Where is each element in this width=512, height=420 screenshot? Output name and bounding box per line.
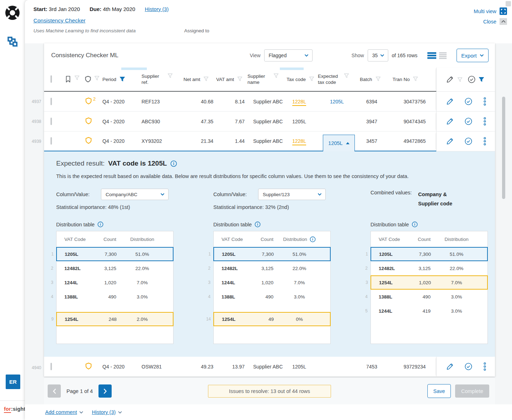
- supplier-ref-cell: XY93202: [142, 138, 183, 144]
- edit-row-button[interactable]: [446, 118, 454, 125]
- forsight-logo: for:sight: [4, 406, 26, 412]
- table-row[interactable]: 2Q4 - 2020REF12340.688.14Supplier ABC122…: [44, 92, 495, 112]
- row-checkbox[interactable]: [50, 137, 52, 145]
- history-link-bottom[interactable]: History (3): [92, 409, 122, 415]
- approve-row-button[interactable]: [464, 137, 473, 145]
- row-checkbox[interactable]: [50, 363, 52, 370]
- row-menu-button[interactable]: [483, 362, 486, 371]
- export-button[interactable]: Export: [457, 49, 489, 62]
- edit-icon: [446, 98, 454, 106]
- shield-filter-cell[interactable]: [85, 76, 102, 83]
- approve-row-button[interactable]: [464, 97, 473, 106]
- approve-icon: [464, 137, 473, 145]
- approve-row-button[interactable]: [464, 117, 473, 125]
- period-cell: Q4 - 2020: [102, 364, 142, 370]
- info-icon[interactable]: [170, 160, 177, 167]
- history-link-top[interactable]: History (3): [145, 6, 169, 12]
- fullscreen-icon[interactable]: [500, 7, 507, 15]
- col-supplier-name[interactable]: Supplier name: [247, 73, 287, 85]
- column-highlight-strip: [280, 68, 304, 70]
- edit-row-button[interactable]: [446, 138, 454, 145]
- row-number: 4938: [31, 119, 41, 124]
- density-comfortable-icon[interactable]: [427, 52, 436, 59]
- table-header: PeriodSupplier ref.Net amtVAT amtSupplie…: [44, 68, 495, 92]
- distribution-row: 212482L3,12522.0%: [57, 261, 173, 275]
- row-data: 2Q4 - 2020REF12340.688.14Supplier ABC122…: [44, 92, 436, 112]
- supplier-name-cell: Supplier ABC: [247, 99, 287, 104]
- bookmark-filter-cell[interactable]: [65, 75, 80, 83]
- consistency-checker-link[interactable]: Consistency Checker: [33, 17, 85, 23]
- info-icon[interactable]: [310, 236, 316, 242]
- statistical-importance: Statistical importance: 32% (2nd): [213, 204, 331, 210]
- app-logo-icon[interactable]: [5, 5, 20, 21]
- show-select[interactable]: 35: [368, 49, 388, 61]
- col-net-amt[interactable]: Net amt: [183, 76, 216, 82]
- distribution-row: 141254L490%: [213, 312, 331, 326]
- distribution-row-number: 1: [362, 252, 368, 257]
- approve-row-button[interactable]: [464, 362, 473, 371]
- row-checkbox[interactable]: [50, 98, 52, 105]
- table-row[interactable]: Q4 - 2020OSW28149.2313.97Supplier ABC120…: [44, 357, 495, 377]
- next-page-button[interactable]: [98, 384, 112, 398]
- select-all-checkbox[interactable]: [50, 75, 52, 83]
- save-button[interactable]: Save: [427, 384, 451, 398]
- col-supplier-ref[interactable]: Supplier ref.: [142, 73, 183, 85]
- view-select[interactable]: Flagged: [264, 49, 313, 61]
- batch-cell: 3457: [360, 138, 393, 144]
- tran-no-cell: 49472865: [393, 138, 436, 144]
- chevron-down-icon: [79, 411, 83, 414]
- table-header-actions[interactable]: [436, 68, 495, 92]
- info-icon[interactable]: [412, 221, 418, 227]
- row-menu-button[interactable]: [483, 117, 486, 126]
- close-button[interactable]: Close: [483, 18, 507, 25]
- expected-result-title: Expected result: VAT code is 1205L: [56, 160, 488, 167]
- add-comment-link[interactable]: Add comment: [45, 409, 83, 415]
- col-tran-no[interactable]: Tran No: [393, 76, 436, 82]
- multi-view-button[interactable]: Multi view: [474, 7, 507, 15]
- vat-amt-cell: 13.97: [216, 364, 247, 370]
- expected-tax-link[interactable]: 1205L: [318, 99, 344, 104]
- distribution-row: 51244L4193.0%: [371, 304, 487, 318]
- column-value-select[interactable]: Supplier/123: [258, 189, 326, 200]
- col-period[interactable]: Period: [102, 76, 142, 82]
- card-header: Consistency Checker ML View Flagged Show…: [44, 43, 495, 68]
- table-row[interactable]: Q4 - 2020XY9320221.341.44Supplier ABC122…: [44, 131, 495, 151]
- edit-icon: [446, 118, 454, 125]
- avatar[interactable]: ER: [6, 375, 20, 389]
- tax-code-cell: 1228L: [287, 99, 318, 104]
- row-menu-button[interactable]: [483, 97, 486, 106]
- scrollbar-thumb[interactable]: [502, 97, 505, 199]
- table-body-continued: Q4 - 2020OSW28149.2313.97Supplier ABC120…: [44, 357, 495, 377]
- approve-icon: [464, 117, 473, 125]
- prev-page-button[interactable]: [48, 384, 61, 398]
- more-options-icon: [483, 97, 486, 106]
- edit-row-button[interactable]: [446, 363, 454, 371]
- shield-icon: [85, 117, 92, 125]
- shield-cell: [80, 117, 102, 126]
- complete-button[interactable]: Complete: [455, 384, 489, 398]
- col-tax-code[interactable]: Tax code: [287, 76, 318, 82]
- tax-code-cell: 1205L: [287, 119, 318, 124]
- row-menu-button[interactable]: [483, 137, 486, 146]
- column-value-label: Column/Value:: [56, 192, 90, 197]
- expected-tax-chip[interactable]: 1205L: [323, 135, 355, 151]
- chevron-up-icon[interactable]: [500, 18, 507, 25]
- vat-amt-cell: 7.67: [216, 119, 247, 124]
- col-batch[interactable]: Batch: [360, 76, 393, 82]
- distribution-column: Column/Value:Supplier/123Statistical imp…: [213, 189, 331, 344]
- column-value-select[interactable]: Company/ABC: [101, 189, 169, 200]
- info-icon[interactable]: [97, 221, 103, 227]
- distribution-row: 31254L1,0207.0%: [370, 275, 488, 290]
- row-checkbox[interactable]: [50, 118, 52, 125]
- distribution-row: 41388L4903.0%: [214, 290, 330, 304]
- period-cell: Q4 - 2020: [102, 138, 142, 144]
- table-row[interactable]: Q4 - 2020ABC93047.357.67Supplier ABC1205…: [44, 112, 495, 131]
- edit-row-button[interactable]: [446, 98, 454, 106]
- info-icon[interactable]: [255, 221, 261, 227]
- col-vat-amt[interactable]: VAT amt: [216, 76, 247, 82]
- workflow-icon[interactable]: [6, 36, 18, 48]
- card-title: Consistency Checker ML: [51, 52, 118, 59]
- col-expected-tax-code[interactable]: Expected tax code: [318, 73, 360, 85]
- density-compact-icon[interactable]: [439, 52, 447, 59]
- distribution-row-number: 2: [204, 266, 210, 271]
